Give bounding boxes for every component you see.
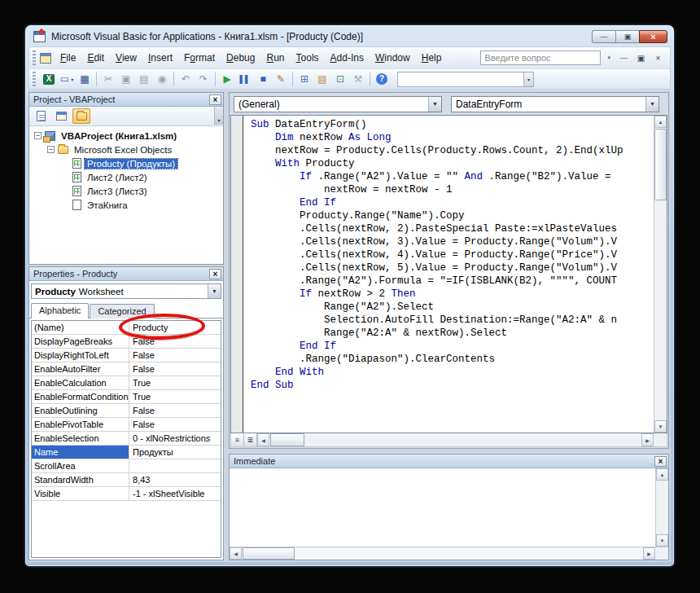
property-row-standardwidth[interactable]: StandardWidth8,43 [32, 473, 221, 487]
object-dropdown[interactable]: (General) ▼ [234, 96, 442, 112]
property-name[interactable]: EnableOutlining [32, 404, 129, 417]
property-value[interactable]: False [129, 362, 221, 376]
menu-item-tools[interactable]: Tools [291, 49, 325, 68]
scroll-down-button[interactable]: ▼ [654, 420, 667, 433]
property-row-name[interactable]: NameПродукты [32, 446, 221, 459]
scroll-down-button[interactable]: ▼ [656, 534, 668, 547]
property-value[interactable]: Продукты [129, 446, 221, 459]
save-button[interactable]: ▦ [76, 71, 94, 87]
toolbar-grip[interactable] [33, 72, 36, 86]
insert-userform-button[interactable]: ▭▾ [58, 71, 76, 87]
child-restore-button[interactable]: ▣ [632, 51, 650, 65]
horizontal-scroll-thumb[interactable] [243, 547, 295, 560]
window-minimize-button[interactable]: — [592, 30, 615, 43]
property-row-enableselection[interactable]: EnableSelection0 - xlNoRestrictions [32, 432, 221, 446]
menu-item-format[interactable]: Format [178, 49, 221, 68]
horizontal-scroll-thumb[interactable] [270, 433, 304, 446]
tree-expander-icon[interactable]: − [34, 132, 42, 139]
immediate-window-close-button[interactable]: × [654, 456, 667, 467]
property-value[interactable]: 8,43 [129, 473, 221, 486]
property-row-enablecalculation[interactable]: EnableCalculationTrue [32, 376, 221, 390]
view-object-button[interactable] [52, 108, 70, 124]
horizontal-scroll-track[interactable] [295, 547, 643, 560]
property-name[interactable]: (Name) [32, 321, 129, 334]
menu-item-add-ins[interactable]: Add-Ins [325, 49, 370, 68]
code-margin-indicator-bar[interactable] [231, 116, 243, 433]
immediate-input-area[interactable] [230, 468, 655, 547]
property-name[interactable]: EnableAutoFilter [32, 362, 129, 376]
reset-button[interactable]: ■ [254, 71, 272, 87]
project-panel-header[interactable]: Project - VBAProject × [29, 93, 223, 107]
menu-item-file[interactable]: File [55, 49, 81, 68]
property-name[interactable]: EnableFormatCondition [32, 390, 129, 403]
vertical-scroll-thumb[interactable] [654, 129, 667, 200]
menu-item-help[interactable]: Help [416, 49, 448, 68]
help-button[interactable]: ? [373, 71, 391, 87]
full-module-view-button[interactable]: ≣ [244, 433, 257, 446]
property-name[interactable]: EnablePivotTable [32, 418, 129, 431]
window-close-button[interactable]: × [639, 30, 667, 43]
property-name[interactable]: StandardWidth [32, 473, 129, 486]
immediate-vertical-scrollbar[interactable]: ▲ ▼ [655, 468, 668, 547]
immediate-horizontal-scrollbar[interactable]: ◀ ▶ [230, 547, 668, 560]
menubar-grip[interactable] [33, 51, 36, 65]
property-value[interactable]: False [129, 404, 221, 417]
child-close-button[interactable]: × [650, 51, 667, 65]
tree-item-microsoft-excel-objects[interactable]: −Microsoft Excel Objects [29, 143, 223, 156]
vertical-scroll-track[interactable] [656, 481, 668, 534]
tree-item-vbaproject-книга1-xlsm[interactable]: −VBAProject (Книга1.xlsm) [29, 129, 223, 143]
properties-panel-header[interactable]: Properties - Producty × [29, 267, 223, 281]
tree-item-producty-продукты[interactable]: Producty (Продукты) [29, 156, 223, 170]
object-selector-combo[interactable]: Producty Worksheet ▼ [31, 283, 221, 299]
dropdown-caret-icon[interactable]: ▾ [71, 77, 73, 82]
property-row-enablepivottable[interactable]: EnablePivotTableFalse [32, 418, 221, 432]
menu-item-insert[interactable]: Insert [142, 49, 178, 68]
property-row-visible[interactable]: Visible-1 - xlSheetVisible [32, 487, 221, 501]
property-value[interactable]: 0 - xlNoRestrictions [129, 432, 221, 445]
view-code-button[interactable] [32, 108, 50, 124]
properties-window-button[interactable]: ▤ [313, 71, 331, 87]
object-browser-button[interactable]: ⊡ [331, 71, 349, 87]
question-dropdown-icon[interactable]: ▾ [601, 55, 615, 61]
menu-item-debug[interactable]: Debug [221, 49, 260, 68]
tree-expander-icon[interactable]: − [47, 146, 55, 153]
property-value[interactable] [129, 459, 221, 472]
property-value[interactable]: True [129, 376, 221, 389]
property-row-enableformatcondition[interactable]: EnableFormatConditionTrue [32, 390, 221, 404]
question-search-input[interactable] [480, 51, 601, 65]
scroll-up-button[interactable]: ▲ [656, 468, 668, 481]
code-window-icon[interactable] [40, 53, 51, 64]
combo-dropdown-icon[interactable]: ▾ [523, 72, 533, 86]
procedure-view-button[interactable]: ≡ [231, 433, 244, 446]
project-explorer-button[interactable]: ⊞ [295, 71, 313, 87]
code-vertical-scrollbar[interactable]: ▲ ▼ [654, 116, 667, 433]
menu-item-edit[interactable]: Edit [81, 49, 110, 68]
tree-item-этакнига[interactable]: ЭтаКнига [29, 198, 223, 212]
properties-panel-close-button[interactable]: × [209, 269, 221, 279]
design-mode-button[interactable]: ✎ [272, 71, 290, 87]
scroll-left-button[interactable]: ◀ [230, 547, 242, 560]
property-name[interactable]: DisplayRightToLeft [32, 349, 129, 362]
property-name[interactable]: Visible [32, 487, 129, 500]
scroll-right-button[interactable]: ▶ [643, 547, 655, 560]
object-selector-dropdown-button[interactable]: ▼ [208, 284, 221, 298]
property-name[interactable]: ScrollArea [32, 459, 129, 472]
tree-item-лист2-лист2[interactable]: Лист2 (Лист2) [29, 170, 223, 184]
toolbar-overflow-button[interactable]: ▾ [214, 107, 223, 125]
scroll-left-button[interactable]: ◀ [257, 433, 269, 446]
tree-item-лист3-лист3[interactable]: Лист3 (Лист3) [29, 184, 223, 198]
break-button[interactable]: ▌▌ [236, 71, 254, 87]
menu-item-view[interactable]: View [110, 49, 142, 68]
window-restore-button[interactable]: ▣ [615, 30, 639, 43]
menu-item-window[interactable]: Window [370, 49, 416, 68]
object-dropdown-button[interactable]: ▼ [428, 97, 441, 112]
immediate-window-header[interactable]: Immediate × [230, 455, 668, 468]
procedure-dropdown-button[interactable]: ▼ [645, 97, 658, 112]
code-editor[interactable]: Sub DataEntryForm() Dim nextRow As Long … [243, 116, 654, 433]
scroll-up-button[interactable]: ▲ [654, 116, 667, 128]
scroll-right-button[interactable]: ▶ [641, 433, 654, 446]
vertical-scroll-track[interactable] [654, 201, 667, 420]
view-microsoft-excel-button[interactable]: X [40, 71, 58, 87]
toolbar-combo-box[interactable]: ▾ [397, 72, 534, 87]
toggle-folders-button[interactable] [72, 108, 90, 124]
